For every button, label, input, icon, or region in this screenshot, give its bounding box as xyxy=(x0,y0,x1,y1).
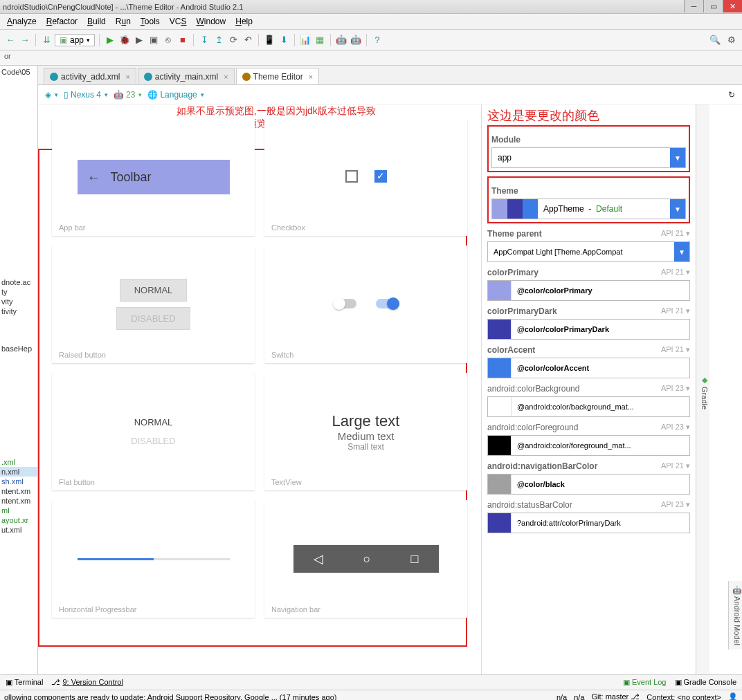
sdk-icon[interactable]: ⬇ xyxy=(278,34,290,46)
tab-theme-editor[interactable]: Theme Editor × xyxy=(236,68,319,84)
menu-analyze[interactable]: Analyze xyxy=(3,15,41,28)
color-attr-row[interactable]: @color/colorPrimaryDark xyxy=(487,319,690,340)
version-control-tool[interactable]: ⎇ 9: Version Control xyxy=(51,678,123,687)
color-attr-label: colorAccentAPI 21 xyxy=(487,345,690,355)
window-maximize[interactable]: ▭ xyxy=(703,0,723,12)
window-minimize[interactable]: ─ xyxy=(684,0,703,12)
tab-activity-add[interactable]: activity_add.xml × xyxy=(44,68,136,84)
settings-cog-icon[interactable]: ⚙ xyxy=(725,34,738,46)
inspector-icon[interactable]: 👤 xyxy=(728,692,738,700)
tree-item[interactable]: ntent.xm xyxy=(0,496,37,506)
color-attr-row[interactable]: ?android:attr/colorPrimaryDark xyxy=(487,513,690,533)
breadcrumb: or xyxy=(0,50,742,66)
color-attr-row[interactable]: @color/colorAccent xyxy=(487,358,690,378)
nav-fwd-icon[interactable]: → xyxy=(19,34,31,46)
close-icon[interactable]: × xyxy=(224,73,228,81)
tree-item[interactable]: ayout.xr xyxy=(0,515,37,525)
terminal-tool[interactable]: ▣ Terminal xyxy=(6,678,43,687)
vcs-revert-icon[interactable]: ↶ xyxy=(242,34,254,46)
checkbox-on-icon xyxy=(374,170,387,183)
status-bar: ▣ Terminal ⎇ 9: Version Control ▣ Event … xyxy=(0,674,742,690)
android1-icon[interactable]: 🤖 xyxy=(335,34,347,46)
color-swatch-icon[interactable] xyxy=(488,436,512,455)
parent-dropdown[interactable]: AppCompat Light [Theme.AppCompat▼ xyxy=(487,241,690,262)
device-selector[interactable]: ▯ Nexus 4 xyxy=(64,90,108,100)
sync-icon[interactable]: ⇊ xyxy=(40,34,53,46)
module-dropdown[interactable]: app▼ xyxy=(491,147,686,168)
color-swatch-icon[interactable] xyxy=(488,358,512,378)
project-tree[interactable]: Code\05 dnote.ac ty vity tivity baseHep … xyxy=(0,66,38,674)
nav-back-icon[interactable]: ← xyxy=(4,34,17,46)
theme-dropdown[interactable]: AppTheme - Default ▼ xyxy=(491,199,686,219)
color-swatch-icon[interactable] xyxy=(488,513,512,533)
color-attr-label: android:statusBarColorAPI 23 xyxy=(487,500,690,510)
color-swatch-icon[interactable] xyxy=(488,320,512,339)
window-close[interactable]: ✕ xyxy=(723,0,742,12)
android2-icon[interactable]: 🤖 xyxy=(350,34,362,46)
close-icon[interactable]: × xyxy=(309,73,313,81)
tree-item[interactable]: sh.xml xyxy=(0,477,37,486)
menu-window[interactable]: Window xyxy=(192,15,230,28)
preview-progressbar: Horizontal Progressbar xyxy=(52,500,255,618)
run-icon[interactable]: ▶ xyxy=(104,34,116,46)
refresh-icon[interactable]: ↻ xyxy=(728,90,735,100)
tree-item[interactable]: vity xyxy=(0,297,37,306)
attach-icon[interactable]: ⎋ xyxy=(162,34,174,46)
color-attr-value: @android:color/background_mat... xyxy=(512,397,689,416)
tree-root[interactable]: Code\05 xyxy=(0,67,37,77)
color-swatch-icon[interactable] xyxy=(488,475,512,494)
close-icon[interactable]: × xyxy=(125,73,129,81)
layout-icon[interactable]: ▦ xyxy=(314,34,326,46)
tree-item[interactable]: ml xyxy=(0,506,37,515)
event-log-tool[interactable]: ▣ Event Log xyxy=(623,678,667,687)
color-swatch-icon[interactable] xyxy=(488,397,512,416)
tree-item[interactable]: ntent.xm xyxy=(0,486,37,496)
help-icon[interactable]: ? xyxy=(371,34,383,46)
search-icon[interactable]: 🔍 xyxy=(709,34,721,46)
run-cfg1-icon[interactable]: ▶ xyxy=(133,34,145,46)
api-selector[interactable]: 🤖 23 xyxy=(114,90,142,100)
avd-icon[interactable]: 📱 xyxy=(263,34,275,46)
module-selector[interactable]: ▣ app ▾ xyxy=(55,34,95,46)
debug-icon[interactable]: 🐞 xyxy=(118,34,131,46)
xml-file-icon xyxy=(144,73,152,81)
color-attr-row[interactable]: @color/black xyxy=(487,474,690,495)
menu-help[interactable]: Help xyxy=(231,15,257,28)
menu-tools[interactable]: Tools xyxy=(136,15,164,28)
tree-item[interactable]: ut.xml xyxy=(0,525,37,535)
run-cfg2-icon[interactable]: ▣ xyxy=(147,34,160,46)
android-model-tool-tab[interactable]: 🤖 Android Model xyxy=(728,581,742,650)
color-attr-label: android:colorBackgroundAPI 23 xyxy=(487,384,690,394)
color-attr-row[interactable]: @color/colorPrimary xyxy=(487,280,690,301)
color-swatch-icon[interactable] xyxy=(488,281,512,300)
context-selector[interactable]: Context: <no context> xyxy=(646,693,721,701)
language-selector[interactable]: 🌐 Language xyxy=(147,90,203,100)
git-branch[interactable]: Git: master ⎇ xyxy=(592,692,640,700)
tree-item[interactable]: ty xyxy=(0,287,37,297)
tree-item-selected[interactable]: n.xml xyxy=(0,467,37,477)
color-attr-row[interactable]: @android:color/background_mat... xyxy=(487,396,690,417)
stop-icon[interactable]: ■ xyxy=(177,34,189,46)
color-attr-value: @color/colorPrimaryDark xyxy=(512,320,689,339)
monitor-icon[interactable]: 📊 xyxy=(299,34,311,46)
tree-item[interactable]: dnote.ac xyxy=(0,277,37,287)
vcs-history-icon[interactable]: ⟳ xyxy=(227,34,239,46)
menu-run[interactable]: Run xyxy=(111,15,135,28)
gradle-console-tool[interactable]: ▣ Gradle Console xyxy=(675,678,737,687)
update-message[interactable]: ollowing components are ready to update:… xyxy=(4,693,336,701)
preview-config-bar: ◈ ▯ Nexus 4 🤖 23 🌐 Language ↻ xyxy=(38,85,742,104)
tree-item[interactable]: tivity xyxy=(0,306,37,316)
menu-refactor[interactable]: Refactor xyxy=(42,15,82,28)
vcs-commit-icon[interactable]: ↥ xyxy=(212,34,225,46)
tab-activity-main[interactable]: activity_main.xml × xyxy=(138,68,235,84)
tree-item[interactable]: baseHep xyxy=(0,344,37,353)
orientation-selector[interactable]: ◈ xyxy=(45,90,58,100)
vcs-update-icon[interactable]: ↧ xyxy=(198,34,210,46)
menu-build[interactable]: Build xyxy=(83,15,110,28)
color-attr-label: android:colorForegroundAPI 23 xyxy=(487,423,690,432)
gradle-tool-tab[interactable]: ◆ Gradle xyxy=(696,104,709,674)
color-attr-row[interactable]: @android:color/foreground_mat... xyxy=(487,435,690,456)
color-attr-value: @color/colorAccent xyxy=(512,358,689,378)
tree-item[interactable]: .xml xyxy=(0,457,37,467)
menu-vcs[interactable]: VCS xyxy=(165,15,191,28)
